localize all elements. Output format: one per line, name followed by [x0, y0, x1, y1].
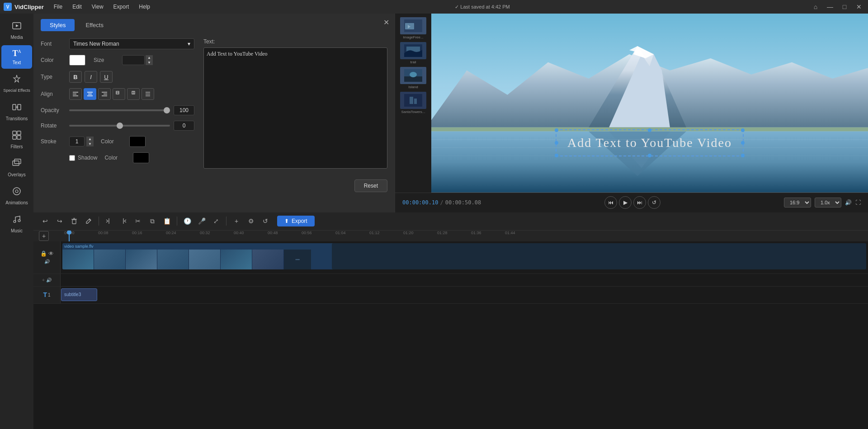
handle-right-middle[interactable]: [741, 141, 745, 145]
tab-styles[interactable]: Styles: [41, 19, 75, 31]
add-track-timeline-button[interactable]: +: [39, 231, 49, 241]
text-input[interactable]: Add Text to YouTube Video: [204, 48, 387, 125]
media-thumb-3[interactable]: Island: [400, 67, 426, 89]
split-left-button[interactable]: [103, 215, 115, 227]
size-up-button[interactable]: ▲: [146, 55, 153, 60]
track-audio2-icon[interactable]: 🔊: [46, 278, 52, 283]
opacity-input[interactable]: 100: [174, 105, 194, 115]
transform-button[interactable]: ⤢: [210, 215, 222, 227]
color-size-row: Color Size 17 ▲ ▼: [41, 55, 194, 66]
dialog-close-button[interactable]: ✕: [383, 18, 389, 27]
thumb3-label: Island: [400, 85, 426, 89]
stroke-color-picker[interactable]: [129, 136, 146, 147]
audio-track-header: + 🔊: [33, 274, 61, 286]
redo-button[interactable]: ↪: [53, 215, 66, 227]
shadow-checkbox[interactable]: [69, 155, 75, 161]
bold-button[interactable]: B: [69, 71, 82, 83]
export-button[interactable]: ⬆ Export: [277, 216, 315, 226]
delete-button[interactable]: [68, 215, 80, 227]
close-button[interactable]: ✕: [854, 1, 864, 12]
step-forward-button[interactable]: ⏭: [633, 196, 646, 209]
stroke-input[interactable]: 1: [69, 137, 85, 146]
home-button[interactable]: ⌂: [810, 1, 821, 12]
fullscreen-icon[interactable]: ⛶: [855, 199, 861, 206]
split-right-button[interactable]: [117, 215, 130, 227]
redo2-button[interactable]: ↺: [259, 215, 272, 227]
opacity-slider[interactable]: [69, 109, 170, 111]
sidebar-item-media[interactable]: Media: [1, 17, 32, 43]
handle-top-left[interactable]: [555, 128, 558, 132]
rotate-slider[interactable]: [69, 125, 170, 127]
sidebar-item-filters[interactable]: Filters: [1, 127, 32, 153]
align-center-button[interactable]: [84, 88, 96, 100]
copy-button[interactable]: ⧉: [146, 215, 159, 227]
ruler-mark-11: 01:28: [437, 231, 448, 235]
undo-button[interactable]: ↩: [39, 215, 52, 227]
content-area: ✕ Styles Effects Font Times New Roman: [33, 14, 868, 429]
handle-left-middle[interactable]: [555, 141, 558, 145]
font-select[interactable]: Times New Roman ▾: [69, 38, 194, 49]
loop-button[interactable]: ↺: [648, 196, 660, 209]
aspect-ratio-select[interactable]: 16:9 9:16 4:3 1:1: [784, 198, 811, 207]
playhead[interactable]: [69, 231, 70, 241]
handle-top-right[interactable]: [741, 128, 745, 132]
sidebar-item-special-effects[interactable]: Special Effects: [1, 71, 32, 97]
handle-bottom-middle[interactable]: [648, 154, 651, 157]
step-back-button[interactable]: ⏮: [604, 196, 617, 209]
volume-icon[interactable]: 🔊: [845, 199, 852, 206]
ruler-mark-8: 01:04: [335, 231, 346, 235]
align-top-center-button[interactable]: [127, 88, 140, 100]
menu-view[interactable]: View: [87, 2, 108, 11]
size-down-button[interactable]: ▼: [146, 60, 153, 65]
stroke-down-button[interactable]: ▼: [86, 141, 94, 146]
clock-button[interactable]: 🕐: [181, 215, 193, 227]
title-bar: V VidClipper File Edit View Export Help …: [0, 0, 868, 14]
sidebar-item-transitions[interactable]: Transitions: [1, 99, 32, 125]
color-picker[interactable]: [69, 55, 85, 66]
align-right-button[interactable]: [98, 88, 111, 100]
handle-bottom-left[interactable]: [555, 154, 558, 157]
sidebar-item-animations[interactable]: Animations: [1, 183, 32, 209]
track-eye-icon[interactable]: 👁: [48, 250, 54, 257]
track-add-icon[interactable]: +: [42, 277, 45, 283]
menu-help[interactable]: Help: [134, 2, 155, 11]
italic-button[interactable]: I: [85, 71, 97, 83]
sidebar-item-music[interactable]: Music: [1, 211, 32, 237]
play-button[interactable]: ▶: [619, 196, 632, 209]
split-button[interactable]: ✂: [132, 215, 144, 227]
align-top-right-button[interactable]: [142, 88, 154, 100]
minimize-button[interactable]: —: [825, 1, 835, 12]
track-audio-icon[interactable]: 🔊: [44, 259, 50, 264]
rotate-input[interactable]: 0: [174, 121, 194, 131]
mic-button[interactable]: 🎤: [195, 215, 208, 227]
track-lock-icon[interactable]: 🔒: [40, 250, 47, 257]
add-track-button[interactable]: +: [230, 215, 243, 227]
sidebar-item-overlays[interactable]: Overlays: [1, 155, 32, 181]
underline-button[interactable]: U: [100, 71, 113, 83]
special-effects-icon: [12, 74, 22, 86]
shadow-color-picker[interactable]: [133, 152, 149, 163]
zoom-select[interactable]: 1.0x 0.5x 1.5x 2.0x: [815, 198, 841, 207]
reset-button[interactable]: Reset: [354, 179, 387, 192]
subtitle-clip[interactable]: subtitle3: [61, 288, 97, 301]
media-thumb-1[interactable]: ImageFree...: [400, 17, 426, 39]
settings-button[interactable]: ⚙: [245, 215, 257, 227]
overlays-label: Overlays: [8, 172, 25, 177]
menu-file[interactable]: File: [49, 2, 67, 11]
handle-top-middle[interactable]: [648, 128, 651, 132]
menu-export[interactable]: Export: [109, 2, 134, 11]
menu-edit[interactable]: Edit: [68, 2, 86, 11]
align-top-left-button[interactable]: [113, 88, 125, 100]
handle-bottom-right[interactable]: [741, 154, 745, 157]
tab-effects[interactable]: Effects: [76, 19, 113, 31]
align-left-button[interactable]: [69, 88, 82, 100]
text-overlay[interactable]: Add Text to YouTube Video: [556, 129, 744, 156]
paste-button[interactable]: 📋: [160, 215, 173, 227]
stroke-up-button[interactable]: ▲: [86, 137, 94, 141]
size-input[interactable]: 17: [122, 55, 145, 65]
media-thumb-4[interactable]: SantaTowers...: [400, 92, 426, 114]
media-thumb-2[interactable]: trail: [400, 42, 426, 64]
maximize-button[interactable]: □: [839, 1, 850, 12]
sidebar-item-text[interactable]: TA Text: [1, 45, 32, 69]
edit-button[interactable]: [82, 215, 95, 227]
